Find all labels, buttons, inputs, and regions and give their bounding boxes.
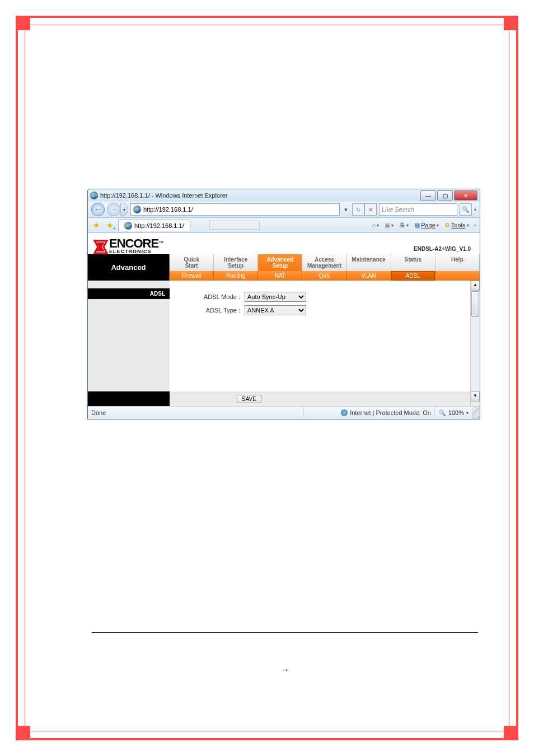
tab-page-icon bbox=[124, 222, 132, 230]
url-text: http://192.168.1.1/ bbox=[143, 206, 193, 213]
nav-history-dropdown[interactable]: ▾ bbox=[120, 203, 128, 216]
browser-window: http://192.168.1.1/ - Windows Internet E… bbox=[87, 189, 480, 419]
tab-status[interactable]: Status bbox=[391, 254, 435, 271]
search-dropdown[interactable]: ▾ bbox=[474, 207, 476, 212]
adsl-mode-select[interactable]: Auto Sync-Up bbox=[245, 292, 306, 302]
toolbar-overflow[interactable]: » bbox=[473, 223, 476, 228]
internet-zone-icon bbox=[341, 409, 348, 416]
subtab-routing[interactable]: Routing bbox=[214, 271, 258, 281]
adsl-mode-label: ADSL Mode : bbox=[170, 293, 245, 300]
arrow-glyph: → bbox=[18, 665, 534, 675]
ie-icon bbox=[90, 192, 98, 199]
tab-progress bbox=[209, 221, 260, 230]
adsl-type-select[interactable]: ANNEX A bbox=[245, 305, 306, 315]
tab-help[interactable]: Help bbox=[435, 254, 480, 271]
decor-corner bbox=[18, 726, 30, 738]
scroll-down-button[interactable]: ▼ bbox=[471, 391, 480, 402]
search-button[interactable]: 🔍 bbox=[460, 203, 472, 216]
tab-access-management[interactable]: Access Management bbox=[302, 254, 346, 271]
main-nav: Advanced Quick Start Interface Setup Adv… bbox=[88, 254, 480, 281]
window-titlebar: http://192.168.1.1/ - Windows Internet E… bbox=[88, 189, 480, 202]
brand-logo: ENCORE™ ELECTRONICS bbox=[93, 236, 163, 254]
search-input[interactable]: Live Search bbox=[379, 203, 457, 216]
decor-corner bbox=[18, 18, 30, 30]
page-content: ENCORE™ ELECTRONICS ENDSL-A2+WIG_V1.0 Ad… bbox=[88, 233, 480, 406]
maximize-button[interactable]: ▢ bbox=[437, 190, 453, 200]
add-favorite-button[interactable]: ★+ bbox=[105, 220, 115, 230]
firmware-version: ENDSL-A2+WIG_V1.0 bbox=[414, 246, 474, 254]
decor-corner bbox=[504, 726, 516, 738]
subtab-adsl[interactable]: ADSL bbox=[391, 271, 435, 281]
tab-advanced-setup[interactable]: Advanced Setup bbox=[258, 254, 302, 271]
resize-grip[interactable] bbox=[472, 407, 480, 419]
subtab-empty bbox=[435, 271, 480, 281]
content-scrollbar-lower[interactable]: ▼ bbox=[470, 391, 480, 406]
scroll-up-button[interactable]: ▲ bbox=[471, 281, 480, 291]
close-button[interactable]: ✕ bbox=[454, 190, 477, 200]
nav-section-label: Advanced bbox=[88, 254, 170, 281]
favorites-button[interactable]: ★ bbox=[91, 220, 101, 230]
tab-interface-setup[interactable]: Interface Setup bbox=[214, 254, 258, 271]
window-title: http://192.168.1.1/ - Windows Internet E… bbox=[100, 192, 227, 199]
encore-logo-icon bbox=[93, 240, 109, 254]
scroll-thumb[interactable] bbox=[471, 291, 479, 317]
subtab-qos[interactable]: QoS bbox=[302, 271, 346, 281]
security-zone[interactable]: Internet | Protected Mode: On bbox=[338, 407, 435, 419]
divider bbox=[92, 632, 478, 633]
stop-button[interactable]: ✕ bbox=[364, 203, 377, 216]
side-heading: ADSL bbox=[88, 288, 170, 299]
save-bar: SAVE ▼ bbox=[88, 391, 480, 406]
save-button[interactable]: SAVE bbox=[237, 395, 261, 403]
refresh-button[interactable]: ↻ bbox=[352, 203, 364, 216]
subtab-vlan[interactable]: VLAN bbox=[347, 271, 391, 281]
status-bar: Done Internet | Protected Mode: On 🔍 100… bbox=[88, 406, 480, 419]
print-button[interactable]: 🖶▾ bbox=[397, 222, 410, 228]
zoom-control[interactable]: 🔍 100% ▾ bbox=[435, 409, 472, 417]
browser-tab[interactable]: http://192.168.1.1/ bbox=[118, 220, 190, 231]
tab-strip: ★ ★+ http://192.168.1.1/ ⌂▾ ▣▾ 🖶▾ ▦ Page… bbox=[88, 218, 480, 233]
adsl-type-label: ADSL Type : bbox=[170, 307, 245, 314]
decor-corner bbox=[504, 18, 516, 30]
side-panel: ADSL bbox=[88, 281, 170, 391]
back-button[interactable]: ← bbox=[91, 203, 105, 216]
page-menu[interactable]: ▦ Page▾ bbox=[413, 222, 441, 229]
minimize-button[interactable]: — bbox=[420, 190, 436, 200]
content-scrollbar[interactable]: ▲ bbox=[470, 281, 480, 391]
page-icon bbox=[133, 206, 141, 213]
tab-maintenance[interactable]: Maintenance bbox=[347, 254, 391, 271]
address-toolbar: ← → ▾ http://192.168.1.1/ ▾ ↻ ✕ Live Sea… bbox=[88, 202, 480, 218]
home-button[interactable]: ⌂▾ bbox=[371, 222, 381, 228]
address-bar[interactable]: http://192.168.1.1/ bbox=[130, 203, 340, 216]
subtab-firewall[interactable]: Firewall bbox=[170, 271, 214, 281]
feeds-button[interactable]: ▣▾ bbox=[383, 222, 395, 229]
tab-quick-start[interactable]: Quick Start bbox=[170, 254, 214, 271]
subtab-nat[interactable]: NAT bbox=[258, 271, 302, 281]
form-panel: ADSL Mode : Auto Sync-Up ADSL Type : ANN… bbox=[170, 281, 470, 391]
tab-label: http://192.168.1.1/ bbox=[134, 222, 184, 229]
zoom-icon: 🔍 bbox=[438, 409, 446, 417]
search-placeholder: Live Search bbox=[382, 206, 414, 213]
tools-menu[interactable]: ⚙ Tools▾ bbox=[443, 222, 471, 229]
url-dropdown[interactable]: ▾ bbox=[342, 206, 350, 213]
forward-button[interactable]: → bbox=[107, 203, 120, 216]
status-text: Done bbox=[91, 409, 106, 416]
